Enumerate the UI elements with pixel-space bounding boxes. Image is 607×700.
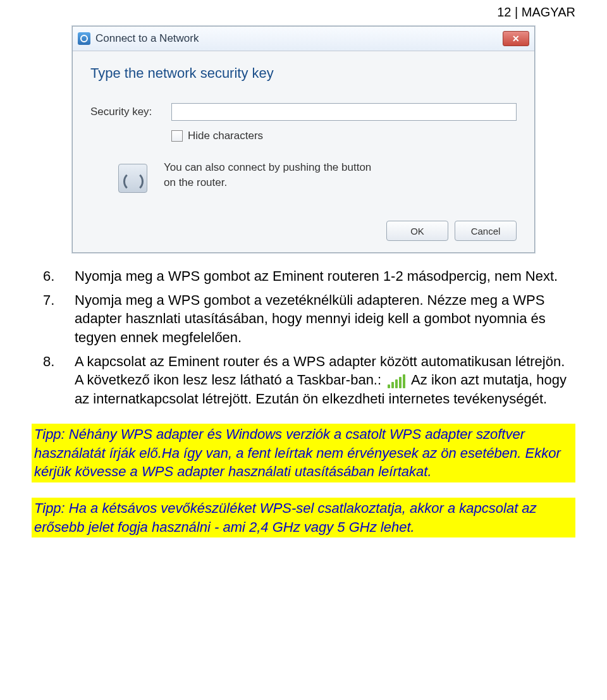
hide-characters-label: Hide characters — [188, 130, 263, 142]
step-7-text: Nyomja meg a WPS gombot a vezetéknélküli… — [75, 291, 575, 347]
page-header-label: 12 | MAGYAR — [32, 0, 575, 22]
step-7: 7. Nyomja meg a WPS gombot a vezetéknélk… — [32, 291, 575, 347]
ok-button[interactable]: OK — [386, 221, 448, 241]
step-6-number: 6. — [32, 267, 75, 286]
step-6: 6. Nyomja meg a WPS gombot az Eminent ro… — [32, 267, 575, 286]
network-key-dialog: Connect to a Network ✕ Type the network … — [72, 26, 535, 253]
instruction-steps: 6. Nyomja meg a WPS gombot az Eminent ro… — [32, 267, 575, 408]
step-8-text: A kapcsolat az Eminent router és a WPS a… — [75, 352, 575, 408]
dialog-heading: Type the network security key — [90, 65, 517, 82]
step-8-number: 8. — [32, 352, 75, 408]
cancel-button[interactable]: Cancel — [455, 221, 517, 241]
step-6-text: Nyomja meg a WPS gombot az Eminent route… — [75, 267, 575, 286]
wps-hint-text: You can also connect by pushing the butt… — [164, 160, 379, 190]
tip-box-1: Tipp: Néhány WPS adapter és Windows verz… — [32, 424, 575, 482]
dialog-title: Connect to a Network — [95, 32, 199, 45]
close-button[interactable]: ✕ — [503, 31, 529, 46]
security-key-input[interactable] — [171, 103, 517, 121]
hide-characters-checkbox[interactable] — [171, 130, 183, 142]
router-icon — [116, 160, 154, 198]
titlebar: Connect to a Network ✕ — [73, 27, 534, 51]
step-8: 8. A kapcsolat az Eminent router és a WP… — [32, 352, 575, 408]
signal-bars-icon — [388, 374, 405, 388]
tip-box-2: Tipp: Ha a kétsávos vevőkészüléket WPS-s… — [32, 498, 575, 537]
step-7-number: 7. — [32, 291, 75, 347]
security-key-label: Security key: — [90, 106, 160, 118]
network-icon — [78, 32, 90, 45]
close-icon: ✕ — [512, 34, 520, 44]
